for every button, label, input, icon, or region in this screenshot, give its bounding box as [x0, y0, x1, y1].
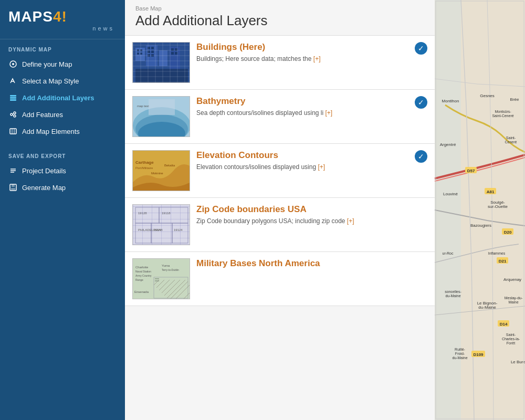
- sidebar-item-select-style[interactable]: Select a Map Style: [0, 72, 125, 89]
- svg-text:du-Maine: du-Maine: [445, 294, 460, 298]
- svg-rect-35: [175, 48, 177, 51]
- sidebar-item-add-features[interactable]: Add Features: [0, 106, 125, 123]
- svg-text:A81: A81: [487, 190, 495, 194]
- svg-rect-26: [148, 47, 150, 49]
- svg-text:Bekalta: Bekalta: [164, 164, 175, 167]
- logo: MAPS4!: [8, 9, 117, 24]
- logo-four: 4: [53, 8, 62, 25]
- svg-rect-3: [10, 97, 16, 99]
- svg-text:Maine: Maine: [508, 300, 518, 304]
- star-icon: [8, 110, 18, 119]
- svg-text:Ensenada: Ensenada: [134, 290, 149, 293]
- svg-text:Brée: Brée: [510, 97, 519, 102]
- svg-rect-10: [10, 129, 16, 134]
- svg-rect-51: [135, 207, 159, 223]
- svg-text:Arquenay: Arquenay: [503, 277, 521, 282]
- svg-text:D109: D109: [473, 352, 484, 357]
- layer-desc-zipcode: Zip Code boundary polygons USA; includin…: [196, 217, 427, 226]
- svg-rect-32: [159, 50, 167, 66]
- svg-rect-52: [159, 207, 188, 223]
- svg-text:Moknine: Moknine: [151, 172, 163, 175]
- breadcrumb: Base Map: [135, 5, 424, 12]
- svg-text:PHILADELPHIA: PHILADELPHIA: [138, 228, 161, 232]
- svg-text:Froid-: Froid-: [455, 352, 465, 355]
- svg-text:Charles-la-: Charles-la-: [502, 337, 520, 341]
- layer-more-zipcode[interactable]: [+]: [347, 217, 354, 225]
- sidebar-item-label-elements: Add Map Elements: [22, 128, 80, 135]
- svg-text:Saint-: Saint-: [506, 136, 516, 140]
- svg-text:Charlotte: Charlotte: [135, 266, 149, 269]
- svg-rect-27: [151, 47, 154, 49]
- svg-rect-2: [10, 95, 16, 97]
- svg-text:du-Maine: du-Maine: [452, 356, 467, 360]
- layer-more-bathymetry[interactable]: [+]: [326, 109, 333, 117]
- svg-text:Argentré: Argentré: [440, 142, 456, 147]
- layer-info-elevation: Elevation Contours Elevation contours/is…: [196, 150, 427, 172]
- layer-check-bathymetry[interactable]: ✓: [415, 96, 427, 109]
- layer-thumb-bathymetry: map text: [132, 96, 190, 137]
- map-icon: [8, 127, 18, 136]
- sidebar-item-label-generate: Generate Map: [22, 184, 66, 192]
- save-export-label: SAVE AND EXPORT: [0, 146, 125, 162]
- svg-rect-21: [137, 49, 139, 51]
- layer-title-military: Military Bases North America: [196, 258, 427, 269]
- svg-text:Terry-to-Dublin: Terry-to-Dublin: [162, 268, 179, 271]
- sidebar-item-add-layers[interactable]: Add Additional Layers: [0, 89, 125, 106]
- layer-check-buildings[interactable]: ✓: [415, 42, 427, 55]
- sidebar-item-label-define: Define your Map: [22, 60, 72, 68]
- svg-text:Port/Militaire: Port/Militaire: [135, 166, 153, 170]
- svg-text:map text: map text: [137, 104, 149, 108]
- svg-text:Yuma: Yuma: [162, 264, 170, 267]
- svg-text:Forêt: Forêt: [507, 341, 515, 345]
- svg-text:Meslay-du-: Meslay-du-: [505, 296, 523, 300]
- svg-rect-53: [135, 223, 151, 243]
- sidebar-item-generate-map[interactable]: Generate Map: [0, 179, 125, 196]
- svg-text:19128: 19128: [138, 212, 147, 215]
- svg-rect-19: [133, 43, 190, 83]
- svg-text:Louviné: Louviné: [443, 192, 458, 196]
- layer-more-buildings[interactable]: [+]: [313, 55, 321, 62]
- svg-text:Montsûrs-: Montsûrs-: [495, 110, 511, 113]
- svg-text:Inflammes: Inflammes: [488, 251, 506, 255]
- svg-rect-28: [148, 50, 150, 53]
- svg-text:D14: D14: [500, 322, 508, 327]
- svg-rect-44: [149, 99, 175, 115]
- svg-text:19124: 19124: [174, 228, 183, 232]
- layer-title-bathymetry: Bathymetry: [196, 96, 427, 107]
- sidebar-item-define-map[interactable]: Define your Map: [0, 56, 125, 72]
- svg-text:19148: 19148: [154, 228, 163, 232]
- layer-more-elevation[interactable]: [+]: [318, 163, 325, 171]
- logo-sub: news: [8, 25, 117, 32]
- paint-icon: [8, 76, 18, 86]
- map-area: D57 A81 D20 D21 D14 D109 Montlhon Gesnes…: [435, 0, 525, 420]
- sidebar-item-project-details[interactable]: Project Details: [0, 162, 125, 179]
- svg-line-8: [13, 113, 14, 114]
- sidebar-item-label-project: Project Details: [22, 167, 66, 175]
- svg-rect-37: [175, 52, 177, 55]
- layers-list[interactable]: Buildings (Here) Buildings; Here source …: [125, 36, 435, 420]
- svg-line-9: [13, 114, 14, 116]
- sidebar-item-add-elements[interactable]: Add Map Elements: [0, 123, 125, 140]
- logo-area: MAPS4! news: [0, 0, 125, 39]
- svg-text:sur-Ouette: sur-Ouette: [488, 204, 508, 209]
- layer-item-buildings: Buildings (Here) Buildings; Here source …: [125, 36, 435, 90]
- svg-rect-54: [151, 223, 172, 243]
- layer-desc-elevation: Elevation contours/isolines displayed us…: [196, 163, 427, 172]
- layer-title-buildings: Buildings (Here): [196, 42, 427, 52]
- layer-thumb-zipcode: 19128 19118 PHILADELPHIA 19148 19124: [132, 204, 190, 245]
- svg-point-7: [14, 115, 16, 117]
- svg-rect-29: [151, 50, 154, 53]
- layer-info-military: Military Bases North America: [196, 258, 427, 271]
- list-icon: [8, 166, 18, 175]
- svg-rect-55: [172, 223, 188, 243]
- svg-rect-23: [137, 52, 139, 55]
- svg-rect-25: [146, 45, 158, 66]
- svg-rect-4: [10, 99, 16, 101]
- svg-text:Carthage: Carthage: [135, 160, 154, 165]
- logo-maps: MAPS: [8, 8, 53, 25]
- svg-text:Saint-: Saint-: [506, 333, 516, 337]
- layer-check-elevation[interactable]: ✓: [415, 150, 427, 163]
- layer-thumb-buildings: [132, 42, 190, 83]
- svg-rect-36: [171, 52, 174, 55]
- layer-title-elevation: Elevation Contours: [196, 150, 427, 161]
